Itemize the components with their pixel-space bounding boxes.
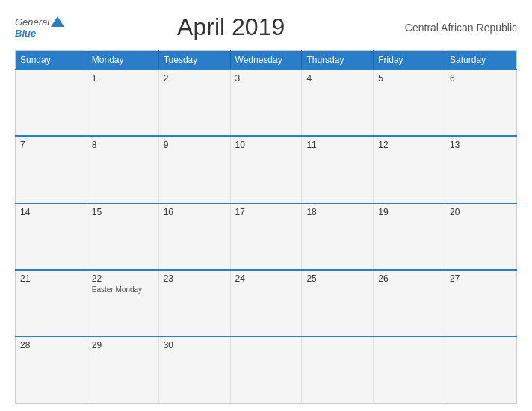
- calendar-week-row: 2122Easter Monday2324252627: [16, 270, 517, 336]
- calendar-cell: 10: [230, 136, 302, 203]
- calendar-week-row: 78910111213: [16, 136, 517, 203]
- day-number: 26: [378, 274, 440, 284]
- calendar-cell: 14: [16, 203, 87, 270]
- calendar-header-sunday: Sunday: [16, 51, 87, 70]
- day-number: 27: [450, 274, 512, 284]
- calendar-header-saturday: Saturday: [445, 51, 517, 70]
- calendar-header-row: SundayMondayTuesdayWednesdayThursdayFrid…: [16, 51, 517, 70]
- day-number: 21: [20, 274, 82, 284]
- calendar-cell: 3: [230, 69, 302, 136]
- country-label: Central African Republic: [398, 22, 517, 34]
- calendar-cell: 7: [16, 136, 87, 203]
- calendar-cell: 11: [302, 136, 374, 203]
- day-number: 16: [164, 207, 226, 217]
- day-number: 12: [378, 140, 440, 150]
- calendar-cell: 30: [158, 336, 230, 403]
- event-label: Easter Monday: [92, 285, 154, 294]
- day-number: 5: [378, 73, 440, 84]
- calendar-cell: [302, 336, 374, 403]
- day-number: 2: [164, 73, 226, 84]
- page-title: April 2019: [64, 13, 398, 41]
- day-number: 18: [306, 207, 368, 217]
- day-number: 19: [378, 207, 440, 217]
- calendar-table: SundayMondayTuesdayWednesdayThursdayFrid…: [15, 50, 517, 404]
- calendar-cell: 5: [374, 69, 445, 136]
- day-number: 28: [20, 340, 82, 350]
- day-number: 8: [92, 140, 154, 150]
- logo-triangle-icon: [51, 16, 64, 27]
- calendar-week-row: 282930: [16, 336, 517, 403]
- day-number: 10: [235, 140, 297, 150]
- calendar-cell: 27: [445, 270, 517, 336]
- header: General Blue April 2019 Central African …: [15, 13, 517, 41]
- calendar-cell: 12: [374, 136, 445, 203]
- day-number: 11: [306, 140, 368, 150]
- day-number: 1: [92, 73, 154, 84]
- calendar-header-monday: Monday: [87, 51, 158, 70]
- logo-general-text: General: [15, 16, 49, 28]
- calendar-cell: [445, 336, 517, 403]
- calendar-header-tuesday: Tuesday: [158, 51, 230, 70]
- calendar-week-row: 14151617181920: [16, 203, 517, 270]
- day-number: 6: [450, 73, 512, 84]
- day-number: 29: [92, 340, 154, 350]
- day-number: 15: [92, 207, 154, 217]
- calendar-week-row: 123456: [16, 69, 517, 136]
- calendar-cell: 20: [445, 203, 517, 270]
- calendar-cell: 26: [374, 270, 445, 336]
- calendar-cell: 25: [302, 270, 374, 336]
- day-number: 3: [235, 73, 297, 84]
- calendar-cell: [230, 336, 302, 403]
- day-number: 14: [20, 207, 82, 217]
- day-number: 13: [450, 140, 512, 150]
- day-number: 7: [20, 140, 82, 150]
- calendar-header-friday: Friday: [374, 51, 445, 70]
- calendar-cell: 2: [158, 69, 230, 136]
- day-number: 30: [164, 340, 226, 350]
- calendar-cell: 17: [230, 203, 302, 270]
- day-number: 25: [306, 274, 368, 284]
- calendar-cell: 6: [445, 69, 517, 136]
- logo: General Blue: [15, 16, 64, 39]
- calendar-cell: 1: [87, 69, 158, 136]
- day-number: 23: [164, 274, 226, 284]
- calendar-cell: 18: [302, 203, 374, 270]
- calendar-cell: 8: [87, 136, 158, 203]
- day-number: 20: [450, 207, 512, 217]
- calendar-header-thursday: Thursday: [302, 51, 374, 70]
- logo-blue-text: Blue: [15, 28, 64, 39]
- day-number: 22: [92, 274, 154, 284]
- calendar-cell: 29: [87, 336, 158, 403]
- calendar-cell: 24: [230, 270, 302, 336]
- calendar-cell: 28: [16, 336, 87, 403]
- calendar-cell: 22Easter Monday: [87, 270, 158, 336]
- calendar-cell: 15: [87, 203, 158, 270]
- day-number: 17: [235, 207, 297, 217]
- calendar-cell: 19: [374, 203, 445, 270]
- calendar-cell: 9: [158, 136, 230, 203]
- calendar-cell: [16, 69, 87, 136]
- calendar-cell: 23: [158, 270, 230, 336]
- calendar-cell: 16: [158, 203, 230, 270]
- calendar-header-wednesday: Wednesday: [230, 51, 302, 70]
- day-number: 4: [306, 73, 368, 84]
- day-number: 9: [164, 140, 226, 150]
- day-number: 24: [235, 274, 297, 284]
- calendar-page: General Blue April 2019 Central African …: [0, 0, 532, 411]
- calendar-cell: 4: [302, 69, 374, 136]
- calendar-cell: 21: [16, 270, 87, 336]
- calendar-cell: 13: [445, 136, 517, 203]
- calendar-cell: [374, 336, 445, 403]
